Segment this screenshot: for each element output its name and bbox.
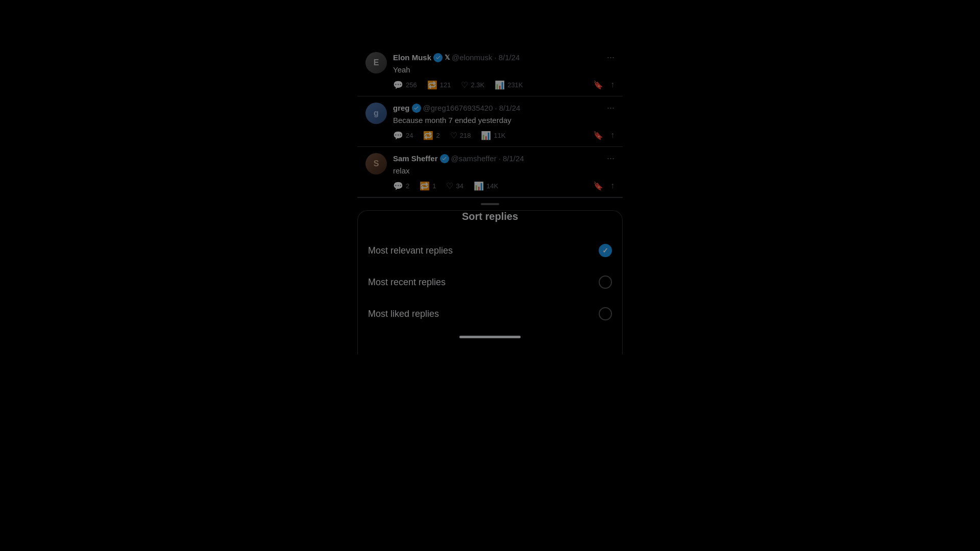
- tweet-sam-content: Sam Sheffer @samsheffer · 8/1/24 ··· rel…: [393, 153, 615, 191]
- tweet-sam-actions: 💬 2 🔁 1 ♡ 34 📊 14K: [393, 181, 615, 191]
- sort-option-recent[interactable]: Most recent replies: [358, 266, 622, 298]
- tweet-greg-header: greg @greg16676935420 · 8/1/24 ···: [393, 103, 615, 113]
- sam-verified-badge: [440, 154, 449, 163]
- tweet-sam-text: relax: [393, 165, 615, 176]
- avatar-greg-label: g: [374, 109, 379, 118]
- greg-bookmark-icon[interactable]: 🔖: [593, 131, 603, 140]
- sort-option-recent-radio[interactable]: [599, 276, 612, 289]
- tweet-greg-date: 8/1/24: [499, 104, 521, 112]
- greg-views-icon: 📊: [481, 131, 491, 140]
- tweet-elon-header: Elon Musk 𝕏 @elonmusk · 8/1/24 ···: [393, 52, 615, 63]
- greg-retweet-icon: 🔁: [423, 131, 433, 140]
- elon-like-count: 2.3K: [471, 81, 484, 89]
- sort-replies-sheet: Sort replies Most relevant replies Most …: [357, 210, 623, 355]
- tweet-greg-content: greg @greg16676935420 · 8/1/24 ··· Becau…: [393, 103, 615, 140]
- elon-x-badge: 𝕏: [445, 54, 450, 61]
- greg-like-count: 218: [460, 132, 471, 139]
- greg-retweet-count: 2: [436, 132, 439, 139]
- greg-verified-badge: [412, 104, 421, 113]
- elon-retweet-count: 121: [440, 81, 451, 89]
- sam-retweet-icon: 🔁: [420, 181, 430, 191]
- sort-option-relevant-radio[interactable]: [599, 244, 612, 257]
- sort-option-relevant-label: Most relevant replies: [368, 245, 453, 256]
- tweet-elon-actions: 💬 256 🔁 121 ♡ 2.3K 📊 231K: [393, 80, 615, 90]
- sort-option-liked[interactable]: Most liked replies: [358, 298, 622, 330]
- sort-sheet-title: Sort replies: [358, 211, 622, 222]
- sort-option-liked-label: Most liked replies: [368, 309, 439, 319]
- tweet-sam-more[interactable]: ···: [607, 153, 615, 164]
- sam-reply-icon: 💬: [393, 181, 403, 191]
- greg-reply-count: 24: [406, 132, 413, 139]
- greg-action-spacer: 🔖 ↑: [593, 131, 615, 140]
- tweet-feed-wrapper: E Elon Musk 𝕏 @elonmusk · 8/1/24 ··· Yea…: [357, 46, 623, 355]
- elon-views-count: 231K: [507, 81, 523, 89]
- tweet-greg-dot: ·: [495, 104, 497, 112]
- avatar-sam-label: S: [374, 159, 379, 168]
- tweet-greg-text: Because month 7 ended yesterday: [393, 115, 615, 126]
- elon-views-icon: 📊: [495, 80, 505, 90]
- home-indicator: [358, 330, 622, 342]
- phone-container: E Elon Musk 𝕏 @elonmusk · 8/1/24 ··· Yea…: [357, 46, 623, 505]
- sam-like-action[interactable]: ♡ 34: [446, 181, 463, 191]
- elon-action-spacer: 🔖 ↑: [593, 80, 615, 90]
- sam-like-count: 34: [456, 182, 463, 190]
- sam-action-spacer: 🔖 ↑: [593, 181, 615, 191]
- elon-verified-badge: [433, 53, 443, 62]
- sam-share-icon[interactable]: ↑: [610, 181, 615, 191]
- greg-retweet-action[interactable]: 🔁 2: [423, 131, 439, 140]
- tweet-sam-dot: ·: [499, 154, 501, 163]
- tweet-sam-header: Sam Sheffer @samsheffer · 8/1/24 ···: [393, 153, 615, 164]
- elon-retweet-icon: 🔁: [427, 80, 437, 90]
- tweet-sam-name: Sam Sheffer: [393, 154, 438, 163]
- greg-views-count: 11K: [494, 132, 505, 139]
- tweet-elon-more[interactable]: ···: [607, 52, 615, 63]
- tweet-greg-handle: @greg16676935420: [423, 104, 493, 112]
- avatar-sam: S: [365, 153, 387, 174]
- sam-views-action[interactable]: 📊 14K: [474, 181, 498, 191]
- sam-retweet-count: 1: [432, 182, 436, 190]
- greg-share-icon[interactable]: ↑: [610, 131, 615, 140]
- avatar-elon: E: [365, 52, 387, 73]
- elon-bookmark-icon[interactable]: 🔖: [593, 80, 603, 90]
- tweet-elon-date: 8/1/24: [499, 53, 520, 62]
- tweet-elon-name: Elon Musk: [393, 53, 431, 62]
- sam-views-icon: 📊: [474, 181, 484, 191]
- elon-retweet-action[interactable]: 🔁 121: [427, 80, 451, 90]
- greg-views-action[interactable]: 📊 11K: [481, 131, 505, 140]
- tweet-elon-handle: @elonmusk: [452, 53, 492, 62]
- greg-like-action[interactable]: ♡ 218: [450, 131, 471, 140]
- greg-reply-icon: 💬: [393, 131, 403, 140]
- sort-option-recent-label: Most recent replies: [368, 277, 446, 288]
- tweet-sam: S Sam Sheffer @samsheffer · 8/1/24 ··· r…: [357, 147, 623, 197]
- sam-bookmark-icon[interactable]: 🔖: [593, 181, 603, 191]
- sheet-drag-area: [357, 197, 623, 210]
- elon-reply-count: 256: [406, 81, 417, 89]
- drag-handle-top: [481, 203, 499, 205]
- sam-like-icon: ♡: [446, 181, 453, 191]
- sam-reply-count: 2: [406, 182, 409, 190]
- sam-retweet-action[interactable]: 🔁 1: [420, 181, 436, 191]
- tweet-elon: E Elon Musk 𝕏 @elonmusk · 8/1/24 ··· Yea…: [357, 46, 623, 96]
- avatar-elon-label: E: [374, 58, 379, 67]
- elon-views-action[interactable]: 📊 231K: [495, 80, 523, 90]
- elon-like-action[interactable]: ♡ 2.3K: [461, 80, 484, 90]
- tweet-elon-content: Elon Musk 𝕏 @elonmusk · 8/1/24 ··· Yeah …: [393, 52, 615, 90]
- tweet-greg-more[interactable]: ···: [607, 103, 615, 113]
- elon-share-icon[interactable]: ↑: [610, 80, 615, 90]
- tweet-elon-text: Yeah: [393, 64, 615, 75]
- greg-like-icon: ♡: [450, 131, 457, 140]
- sam-views-count: 14K: [486, 182, 498, 190]
- avatar-greg: g: [365, 103, 387, 124]
- sam-reply-action[interactable]: 💬 2: [393, 181, 409, 191]
- tweet-sam-date: 8/1/24: [503, 154, 524, 163]
- sort-option-liked-radio[interactable]: [599, 307, 612, 320]
- greg-reply-action[interactable]: 💬 24: [393, 131, 413, 140]
- tweet-greg: g greg @greg16676935420 · 8/1/24 ··· Bec…: [357, 96, 623, 147]
- tweet-greg-actions: 💬 24 🔁 2 ♡ 218 📊 11K: [393, 131, 615, 140]
- elon-reply-action[interactable]: 💬 256: [393, 80, 417, 90]
- elon-like-icon: ♡: [461, 80, 468, 90]
- sort-option-relevant[interactable]: Most relevant replies: [358, 235, 622, 266]
- tweet-greg-name: greg: [393, 104, 410, 112]
- home-bar: [459, 336, 521, 338]
- elon-reply-icon: 💬: [393, 80, 403, 90]
